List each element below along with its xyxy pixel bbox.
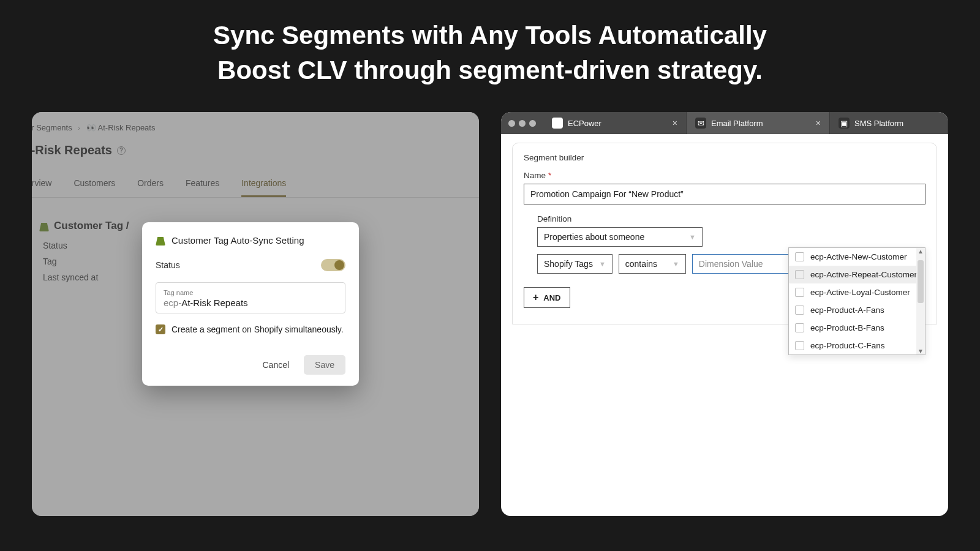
tag-prefix: ecp-	[164, 298, 181, 308]
save-button[interactable]: Save	[304, 355, 345, 375]
app-tabbar: ◧ ECPower × ✉ Email Platform × ▣ SMS Pla…	[501, 112, 948, 134]
app-tab-ecpower[interactable]: ◧ ECPower ×	[543, 112, 687, 134]
checkbox-empty-icon[interactable]	[795, 305, 804, 315]
cancel-button[interactable]: Cancel	[254, 355, 298, 375]
property-select-value: Properties about someone	[544, 232, 644, 242]
checkbox-empty-icon[interactable]	[795, 323, 804, 332]
panel-right: ◧ ECPower × ✉ Email Platform × ▣ SMS Pla…	[501, 112, 948, 516]
app-tab-label: Email Platform	[711, 119, 763, 128]
field-select-value: Shopify Tags	[544, 259, 593, 269]
option-label: ecp-Product-C-Fans	[810, 341, 885, 350]
ecpower-icon: ◧	[552, 118, 563, 129]
and-button[interactable]: + AND	[524, 287, 570, 308]
and-label: AND	[543, 293, 560, 302]
dropdown-scrollbar[interactable]: ▲ ▼	[916, 248, 925, 354]
tag-float-label: Tag name	[164, 289, 337, 296]
modal-status-row: Status	[156, 259, 345, 271]
option-label: ecp-Product-A-Fans	[810, 305, 884, 315]
checkbox-label: Create a segment on Shopify simultaneous…	[172, 324, 344, 334]
checkbox-empty-icon[interactable]	[795, 270, 804, 279]
panel-left: er Segments › 👀 At-Risk Repeats t-Risk R…	[32, 112, 479, 516]
segment-name-input[interactable]	[524, 184, 925, 204]
checkbox-empty-icon[interactable]	[795, 288, 804, 297]
create-segment-row[interactable]: Create a segment on Shopify simultaneous…	[156, 324, 345, 334]
create-segment-checkbox[interactable]	[156, 324, 165, 334]
field-select[interactable]: Shopify Tags ▼	[537, 254, 612, 274]
segment-builder: Segment builder Name* Definition Propert…	[512, 143, 937, 324]
autosync-modal: Customer Tag Auto-Sync Setting Status Ta…	[142, 222, 359, 386]
status-toggle[interactable]	[321, 259, 345, 271]
shopify-icon	[156, 234, 165, 246]
modal-title-row: Customer Tag Auto-Sync Setting	[156, 234, 345, 246]
dimension-dropdown: ecp-Active-New-Customer ecp-Active-Repea…	[788, 247, 925, 355]
close-icon[interactable]: ×	[673, 118, 677, 128]
scroll-thumb[interactable]	[918, 260, 924, 303]
tag-name-input[interactable]: Tag name ecp-At-Risk Repeats	[156, 282, 345, 313]
name-label: Name*	[524, 171, 925, 180]
headline-line1: Sync Segments with Any Tools Automatical…	[0, 18, 980, 53]
app-tab-label: SMS Platform	[854, 119, 903, 128]
headline: Sync Segments with Any Tools Automatical…	[0, 0, 980, 100]
dropdown-option[interactable]: ecp-Active-New-Customer	[789, 248, 925, 266]
dimension-placeholder: Dimension Value	[699, 259, 763, 269]
panels-row: er Segments › 👀 At-Risk Repeats t-Risk R…	[0, 100, 980, 528]
chevron-down-icon: ▼	[673, 260, 679, 268]
option-label: ecp-Active-Loyal-Customer	[810, 288, 910, 297]
property-select[interactable]: Properties about someone ▼	[537, 227, 703, 247]
close-icon[interactable]: ×	[816, 118, 821, 128]
status-label: Status	[156, 260, 180, 270]
definition-label: Definition	[537, 214, 925, 223]
dropdown-option[interactable]: ecp-Active-Loyal-Customer	[789, 283, 925, 301]
operator-select[interactable]: contains ▼	[619, 254, 686, 274]
checkbox-empty-icon[interactable]	[795, 252, 804, 261]
chat-icon: ▣	[839, 118, 850, 129]
tag-value-text: At-Risk Repeats	[181, 298, 247, 308]
chevron-down-icon: ▼	[689, 233, 696, 241]
headline-line2: Boost CLV through segment-driven strateg…	[0, 53, 980, 88]
option-label: ecp-Product-B-Fans	[810, 323, 884, 332]
option-label: ecp-Active-New-Customer	[810, 252, 907, 261]
chevron-down-icon: ▼	[599, 260, 606, 268]
builder-title: Segment builder	[524, 153, 925, 162]
checkbox-empty-icon[interactable]	[795, 341, 804, 350]
modal-title: Customer Tag Auto-Sync Setting	[172, 235, 304, 246]
tag-value: ecp-At-Risk Repeats	[164, 298, 337, 308]
app-tab-sms[interactable]: ▣ SMS Platform	[830, 112, 948, 134]
app-tab-label: ECPower	[568, 119, 601, 128]
dropdown-option[interactable]: ecp-Active-Repeat-Customer	[789, 266, 925, 283]
dropdown-option[interactable]: ecp-Product-B-Fans	[789, 319, 925, 337]
option-label: ecp-Active-Repeat-Customer	[810, 270, 917, 279]
scroll-down-icon[interactable]: ▼	[918, 348, 924, 354]
plus-icon: +	[533, 293, 538, 302]
dropdown-option[interactable]: ecp-Product-A-Fans	[789, 301, 925, 319]
app-tab-email[interactable]: ✉ Email Platform ×	[687, 112, 830, 134]
window-controls[interactable]	[501, 112, 543, 134]
scroll-up-icon[interactable]: ▲	[918, 248, 924, 255]
modal-actions: Cancel Save	[156, 355, 345, 375]
operator-select-value: contains	[625, 259, 657, 269]
dropdown-option[interactable]: ecp-Product-C-Fans	[789, 337, 925, 354]
mail-icon: ✉	[695, 118, 706, 129]
